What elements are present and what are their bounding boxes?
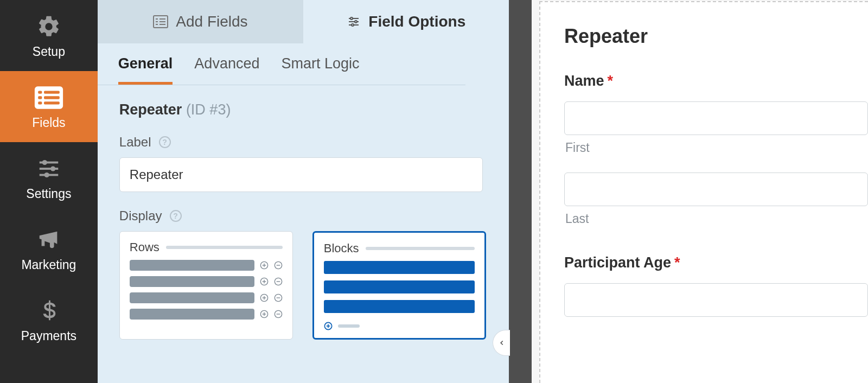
prop-label-row: Label ? — [119, 135, 488, 192]
display-rows-label: Rows — [130, 240, 159, 254]
svg-point-25 — [352, 24, 354, 26]
svg-point-23 — [350, 17, 353, 20]
plus-circle-icon — [324, 322, 333, 330]
display-blocks-label: Blocks — [324, 241, 359, 256]
left-nav: Setup Fields Settings Marketing Payments — [0, 0, 98, 383]
display-prop-text: Display — [119, 208, 162, 224]
nav-item-payments[interactable]: Payments — [0, 284, 98, 355]
blocks-preview — [324, 261, 475, 330]
sliders-icon — [36, 156, 61, 181]
svg-point-10 — [42, 160, 47, 165]
field-id-text: (ID #3) — [186, 101, 231, 118]
tab-add-fields-label: Add Fields — [176, 13, 247, 30]
preview-age-label: Participant Age* — [564, 254, 868, 271]
bullhorn-icon — [36, 227, 61, 252]
required-marker: * — [674, 254, 680, 271]
display-options: Rows — [119, 231, 488, 340]
tab-add-fields[interactable]: Add Fields — [98, 0, 303, 43]
required-marker: * — [608, 73, 614, 89]
nav-label-settings: Settings — [26, 187, 71, 201]
nav-label-marketing: Marketing — [21, 258, 76, 272]
nav-item-marketing[interactable]: Marketing — [0, 213, 98, 284]
svg-rect-2 — [44, 91, 60, 93]
plus-circle-icon — [260, 293, 269, 302]
form-preview: Repeater Name* First Last Participant Ag… — [532, 0, 868, 383]
minus-circle-icon — [274, 293, 283, 302]
tab-field-options-label: Field Options — [368, 13, 465, 30]
rows-preview — [130, 260, 283, 320]
svg-point-11 — [50, 166, 55, 171]
svg-rect-6 — [44, 101, 60, 104]
gutter — [510, 0, 532, 383]
preview-last-sublabel: Last — [565, 212, 868, 226]
label-prop-text: Label — [119, 135, 151, 150]
nav-item-fields[interactable]: Fields — [0, 71, 98, 142]
repeater-field-preview[interactable]: Repeater Name* First Last Participant Ag… — [539, 1, 868, 383]
options-panel: Add Fields Field Options General Advance… — [98, 0, 510, 383]
form-icon — [153, 15, 168, 28]
list-icon — [34, 85, 63, 110]
chevron-left-icon — [498, 337, 506, 348]
svg-rect-3 — [38, 96, 42, 99]
preview-first-sublabel: First — [565, 141, 868, 155]
minus-circle-icon — [274, 261, 283, 270]
help-icon[interactable]: ? — [159, 136, 171, 148]
svg-point-12 — [44, 173, 49, 177]
minus-circle-icon — [274, 277, 283, 286]
minus-circle-icon — [274, 310, 283, 318]
preview-name-label: Name* — [564, 73, 868, 90]
nav-label-fields: Fields — [32, 116, 65, 130]
panel-body: Repeater (ID #3) Label ? Display ? Rows — [98, 85, 509, 356]
decorative-line — [366, 247, 475, 250]
display-option-blocks[interactable]: Blocks — [312, 231, 486, 340]
top-tabs: Add Fields Field Options — [98, 0, 509, 43]
decorative-line — [338, 324, 360, 328]
subtabs: General Advanced Smart Logic — [98, 43, 466, 85]
svg-rect-4 — [44, 96, 60, 99]
preview-last-name-input[interactable] — [564, 173, 868, 206]
nav-label-payments: Payments — [21, 329, 76, 343]
subtab-advanced[interactable]: Advanced — [194, 55, 259, 85]
svg-rect-1 — [38, 91, 42, 93]
nav-item-settings[interactable]: Settings — [0, 142, 98, 213]
plus-circle-icon — [260, 261, 269, 270]
plus-circle-icon — [260, 277, 269, 286]
field-type-label: Repeater — [119, 101, 182, 118]
dollar-icon — [36, 298, 61, 323]
svg-rect-5 — [38, 101, 42, 104]
decorative-line — [166, 246, 283, 249]
plus-circle-icon — [260, 310, 269, 318]
subtab-general[interactable]: General — [118, 55, 173, 85]
tab-field-options[interactable]: Field Options — [303, 0, 509, 43]
preview-first-name-input[interactable] — [564, 101, 868, 135]
prop-display-row: Display ? Rows — [119, 208, 488, 340]
label-input[interactable] — [119, 157, 483, 192]
help-icon[interactable]: ? — [170, 210, 182, 222]
field-title: Repeater (ID #3) — [119, 101, 488, 118]
preview-title: Repeater — [564, 25, 868, 48]
subtab-smart-logic[interactable]: Smart Logic — [281, 55, 359, 85]
preview-age-input[interactable] — [564, 283, 868, 317]
svg-point-24 — [355, 21, 357, 23]
gear-icon — [36, 14, 61, 39]
nav-label-setup: Setup — [33, 44, 65, 59]
sliders-icon — [347, 15, 361, 28]
nav-item-setup[interactable]: Setup — [0, 0, 98, 71]
display-option-rows[interactable]: Rows — [119, 231, 293, 340]
